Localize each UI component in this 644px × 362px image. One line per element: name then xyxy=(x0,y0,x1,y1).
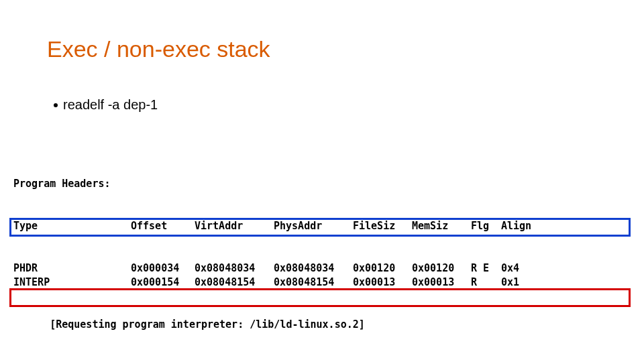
bullet-line: readelf -a dep-1 xyxy=(54,97,158,113)
col-offset: Offset xyxy=(131,219,195,233)
section-header: Program Headers: xyxy=(13,177,537,191)
col-virt: VirtAddr xyxy=(195,219,274,233)
cell-memsz: 0x00013 xyxy=(412,276,471,290)
cell-align: 0x1 xyxy=(501,276,519,290)
cell-type: PHDR xyxy=(13,261,131,276)
cell-filesz: 0x00013 xyxy=(353,276,412,290)
bullet-dot-icon xyxy=(54,103,58,107)
cell-virt: 0x08048154 xyxy=(195,276,274,290)
cell-virt: 0x08048034 xyxy=(195,261,274,276)
col-memsz: MemSiz xyxy=(412,219,471,233)
readelf-output: Program Headers: TypeOffsetVirtAddrPhysA… xyxy=(13,149,537,362)
col-flg: Flg xyxy=(471,219,501,233)
cell-type: INTERP xyxy=(13,276,131,290)
interp-note: [Requesting program interpreter: /lib/ld… xyxy=(13,318,537,332)
cell-filesz: 0x00120 xyxy=(353,261,412,276)
program-header-row: PHDR0x0000340x080480340x080480340x001200… xyxy=(13,261,537,276)
cell-flg: R E xyxy=(471,261,501,276)
col-align: Align xyxy=(501,219,531,233)
cell-offset: 0x000034 xyxy=(131,261,195,276)
cell-align: 0x4 xyxy=(501,261,519,276)
cell-phys: 0x08048034 xyxy=(274,261,353,276)
col-type: Type xyxy=(13,219,131,233)
cell-memsz: 0x00120 xyxy=(412,261,471,276)
col-filesz: FileSiz xyxy=(353,219,412,233)
cell-phys: 0x08048154 xyxy=(274,276,353,290)
col-phys: PhysAddr xyxy=(274,219,353,233)
cell-flg: R xyxy=(471,276,501,290)
cell-offset: 0x000154 xyxy=(131,276,195,290)
program-header-row: INTERP0x0001540x080481540x080481540x0001… xyxy=(13,276,537,290)
column-headers: TypeOffsetVirtAddrPhysAddrFileSizMemSizF… xyxy=(13,219,537,233)
bullet-text: readelf -a dep-1 xyxy=(63,97,158,112)
slide-title: Exec / non-exec stack xyxy=(47,36,270,62)
slide: Exec / non-exec stack readelf -a dep-1 P… xyxy=(0,0,644,362)
